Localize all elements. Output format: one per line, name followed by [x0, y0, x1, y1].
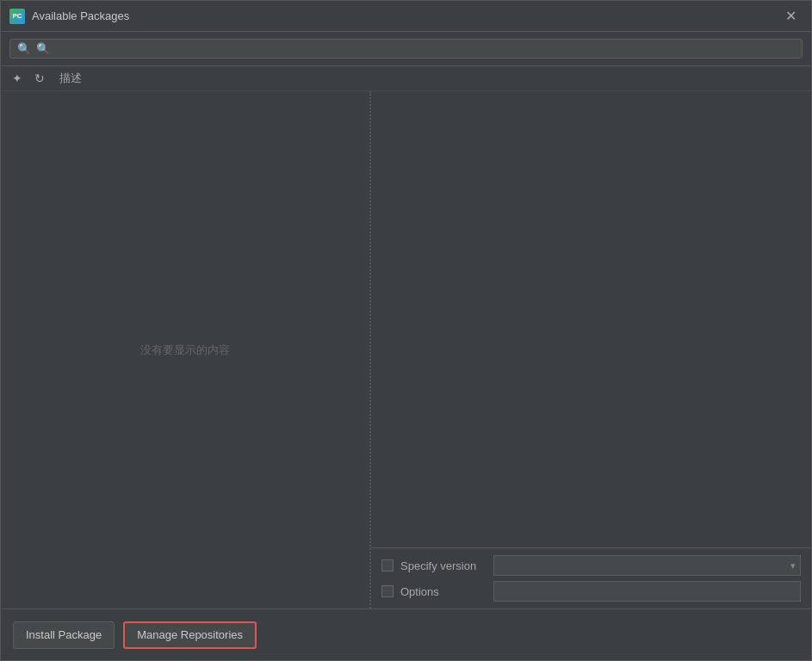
footer-bar: Install Package Manage Repositories — [1, 608, 811, 660]
loading-indicator: ✦ — [8, 70, 27, 87]
options-row: Options — [381, 581, 801, 602]
description-area — [371, 91, 811, 547]
search-input-wrap: 🔍 — [9, 39, 803, 59]
options-checkbox[interactable] — [381, 585, 394, 597]
options-input[interactable] — [493, 581, 801, 602]
specify-version-checkbox[interactable] — [381, 559, 394, 571]
manage-repositories-button[interactable]: Manage Repositories — [123, 621, 257, 649]
window-title: Available Packages — [32, 9, 778, 22]
version-select-wrap — [493, 555, 801, 576]
specify-version-label: Specify version — [400, 559, 487, 572]
version-select[interactable] — [493, 555, 801, 576]
toolbar-row: ✦ ↻ 描述 — [1, 66, 811, 91]
search-bar: 🔍 — [1, 32, 811, 66]
title-bar: PC Available Packages ✕ — [1, 1, 811, 32]
right-panel: Specify version Options — [371, 91, 811, 608]
options-label: Options — [400, 585, 487, 598]
refresh-button[interactable]: ↻ — [30, 70, 49, 87]
search-input[interactable] — [36, 42, 795, 55]
install-package-button[interactable]: Install Package — [13, 621, 115, 649]
refresh-icon: ↻ — [34, 71, 45, 85]
close-button[interactable]: ✕ — [778, 4, 803, 28]
app-icon: PC — [9, 9, 25, 24]
main-window: PC Available Packages ✕ 🔍 ✦ ↻ 描述 没有要显示的内… — [0, 0, 812, 661]
search-icon: 🔍 — [17, 42, 31, 55]
main-content: 没有要显示的内容 Specify version — [1, 91, 811, 608]
bottom-options: Specify version Options — [371, 547, 811, 608]
empty-message: 没有要显示的内容 — [140, 343, 230, 358]
description-header: 描述 — [53, 71, 804, 86]
specify-version-row: Specify version — [381, 555, 801, 576]
loading-icon: ✦ — [12, 71, 22, 85]
left-panel: 没有要显示的内容 — [1, 91, 371, 608]
